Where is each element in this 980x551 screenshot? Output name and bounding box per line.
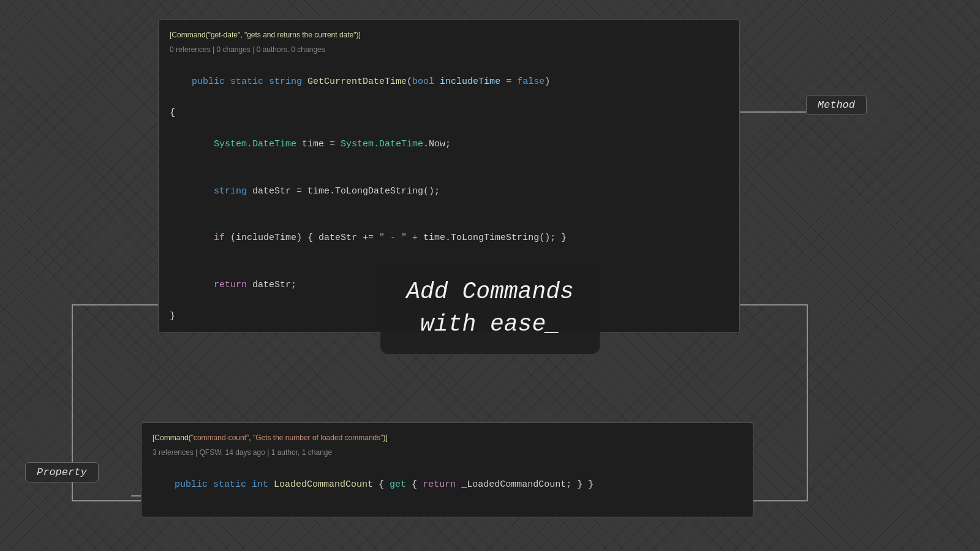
method-brace-open: { [170, 105, 728, 121]
center-label-text: Add Commands with ease_ [406, 276, 574, 340]
method-line-3: if (includeTime) { dateStr += " - " + ti… [170, 215, 728, 262]
method-line-1: System.DateTime time = System.DateTime.N… [170, 121, 728, 168]
method-signature: public static string GetCurrentDateTime(… [170, 59, 728, 106]
method-attribute: [Command("get-date", "gets and returns t… [170, 29, 728, 41]
property-meta: 3 references | QFSW, 14 days ago | 1 aut… [153, 446, 742, 459]
method-badge: Method [806, 95, 867, 115]
method-line-2: string dateStr = time.ToLongDateString()… [170, 168, 728, 215]
center-label: Add Commands with ease_ [380, 262, 600, 354]
property-badge: Property [25, 462, 99, 482]
method-meta: 0 references | 0 changes | 0 authors, 0 … [170, 43, 728, 56]
property-code-block: [Command("command-count", "Gets the numb… [141, 422, 753, 517]
property-signature: public static int LoadedCommandCount { g… [153, 462, 742, 509]
property-attribute: [Command("command-count", "Gets the numb… [153, 432, 742, 444]
